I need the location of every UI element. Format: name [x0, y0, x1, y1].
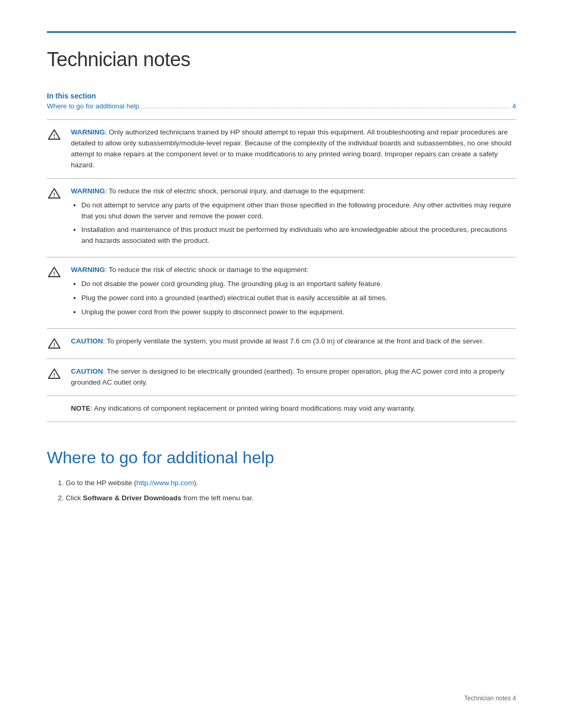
svg-text:!: ! — [53, 133, 55, 139]
warning-row-5: NOTE: Any indications of component repla… — [47, 396, 516, 422]
warning-colon-0: : — [105, 128, 109, 136]
toc-dots-0 — [141, 108, 510, 108]
warning-label-0: WARNING — [71, 128, 105, 136]
svg-text:!: ! — [53, 342, 55, 348]
caution-colon-3: : — [103, 337, 107, 345]
warning-content-0: WARNING: Only authorized technicians tra… — [71, 127, 516, 171]
note-label-5: NOTE — [71, 404, 91, 412]
footer-text: Technician notes 4 — [464, 695, 516, 702]
warning-label-2: WARNING — [71, 266, 105, 274]
step-2-after: from the left menu bar. — [181, 494, 254, 502]
page-title: Technician notes — [47, 48, 516, 71]
step-1-before: Go to the HP website ( — [66, 479, 137, 487]
warning-label-1: WARNING — [71, 187, 105, 195]
warning-content-2: WARNING: To reduce the risk of electric … — [71, 265, 387, 321]
toc-title-0: Where to go for additional help — [47, 102, 139, 110]
step-1: Go to the HP website (http://www.hp.com)… — [66, 478, 516, 489]
triangle-icon-1: ! — [48, 187, 60, 200]
toc-section: In this section Where to go for addition… — [47, 92, 516, 110]
warning-content-4: CAUTION: The server is designed to be el… — [71, 366, 516, 388]
toc-page-0: 4 — [512, 102, 516, 110]
warning-row-2: ! WARNING: To reduce the risk of electri… — [47, 257, 516, 329]
caution-label-4: CAUTION — [71, 367, 103, 375]
in-this-section-label: In this section — [47, 92, 516, 100]
warning-content-1: WARNING: To reduce the risk of electric … — [71, 186, 516, 250]
triangle-icon-0: ! — [48, 128, 60, 141]
warning-icon-2: ! — [47, 266, 62, 280]
section2-steps: Go to the HP website (http://www.hp.com)… — [66, 478, 516, 504]
caution-text-4: The server is designed to be electricall… — [71, 367, 505, 386]
warning-row-1: ! WARNING: To reduce the risk of electri… — [47, 179, 516, 258]
warning-text-0: Only authorized technicians trained by H… — [71, 128, 511, 169]
warning-icon-1: ! — [47, 187, 62, 201]
warning-text-1: To reduce the risk of electric shock, pe… — [109, 187, 365, 195]
note-content-5: NOTE: Any indications of component repla… — [71, 403, 415, 414]
step-2-before: Click — [66, 494, 83, 502]
caution-colon-4: : — [103, 367, 107, 375]
warning-colon-2: : — [105, 266, 108, 274]
triangle-icon-2: ! — [48, 266, 60, 278]
caution-label-3: CAUTION — [71, 337, 103, 345]
warning-icon-4: ! — [47, 367, 62, 381]
step-2-bold: Software & Driver Downloads — [83, 494, 181, 502]
caution-text-3: To properly ventilate the system, you mu… — [107, 337, 484, 345]
bullet-2-1: Plug the power cord into a grounded (ear… — [81, 293, 387, 304]
triangle-icon-4: ! — [48, 367, 60, 380]
bullet-1-0: Do not attempt to service any parts of t… — [81, 200, 516, 222]
bullet-2-2: Unplug the power cord from the power sup… — [81, 307, 387, 318]
warning-icon-3: ! — [47, 337, 62, 351]
warning-icon-0: ! — [47, 128, 62, 142]
svg-text:!: ! — [53, 192, 55, 198]
step-1-link[interactable]: http://www.hp.com — [137, 479, 194, 487]
warning-row-3: ! CAUTION: To properly ventilate the sys… — [47, 329, 516, 359]
page-top-border — [47, 31, 516, 33]
warning-bullets-2: Do not disable the power cord grounding … — [81, 279, 387, 318]
toc-row-0: Where to go for additional help 4 — [47, 102, 516, 110]
bullet-1-1: Installation and maintenance of this pro… — [81, 225, 516, 246]
section2-heading: Where to go for additional help — [47, 448, 516, 467]
svg-text:!: ! — [53, 270, 55, 277]
warning-content-3: CAUTION: To properly ventilate the syste… — [71, 336, 484, 347]
note-text-5: Any indications of component replacement… — [94, 404, 415, 412]
warnings-container: ! WARNING: Only authorized technicians t… — [47, 119, 516, 422]
warning-row-4: ! CAUTION: The server is designed to be … — [47, 359, 516, 396]
page-footer: Technician notes 4 — [464, 695, 516, 702]
warning-bullets-1: Do not attempt to service any parts of t… — [81, 200, 516, 247]
step-2: Click Software & Driver Downloads from t… — [66, 493, 516, 504]
warning-row-0: ! WARNING: Only authorized technicians t… — [47, 120, 516, 179]
svg-text:!: ! — [53, 372, 55, 378]
warning-text-2: To reduce the risk of electric shock or … — [109, 266, 309, 274]
triangle-icon-3: ! — [48, 337, 60, 350]
step-1-after: ). — [194, 479, 198, 487]
warning-colon-1: : — [105, 187, 108, 195]
bullet-2-0: Do not disable the power cord grounding … — [81, 279, 387, 290]
